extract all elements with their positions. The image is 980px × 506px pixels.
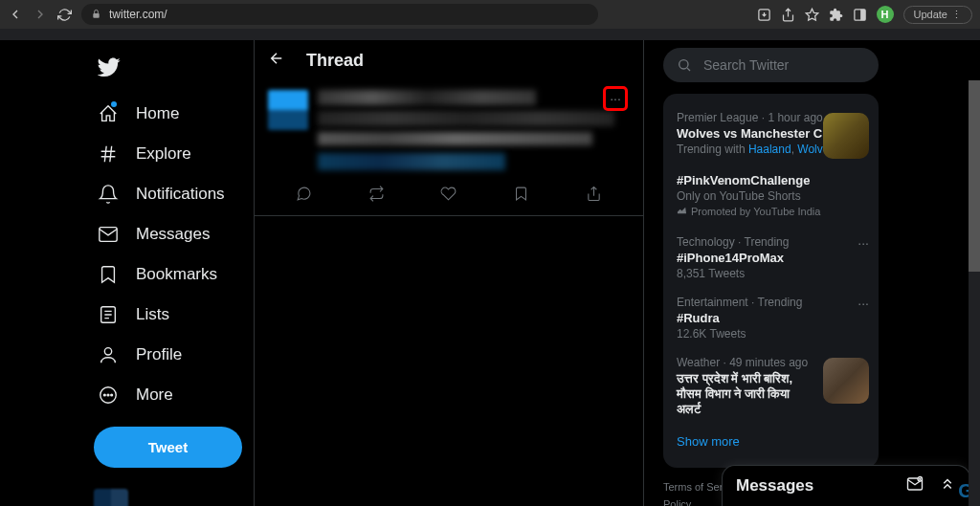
nav-label: Profile: [136, 345, 182, 364]
tweet-button[interactable]: Tweet: [94, 427, 242, 468]
search-icon: [677, 57, 692, 73]
nav-label: Notifications: [136, 185, 225, 204]
trend-more-button[interactable]: ···: [858, 296, 869, 311]
nav-lists[interactable]: Lists: [88, 295, 254, 335]
like-button[interactable]: [440, 186, 457, 206]
trend-item[interactable]: Weather · 49 minutes ago उत्तर प्रदेश मे…: [663, 348, 879, 425]
search-input[interactable]: Search Twitter: [663, 48, 879, 82]
nav-messages[interactable]: Messages: [88, 214, 254, 254]
panel-icon[interactable]: [853, 8, 867, 22]
reload-button[interactable]: [57, 8, 72, 22]
main-column: Thread ···: [254, 40, 644, 506]
svg-point-7: [104, 348, 111, 355]
nav-label: Messages: [136, 225, 210, 244]
url-text: twitter.com/: [109, 8, 167, 21]
tweet[interactable]: ···: [255, 80, 643, 216]
trend-item[interactable]: #PinkVenomChallenge Only on YouTube Shor…: [663, 164, 879, 228]
hash-icon: [98, 143, 119, 165]
nav-label: Bookmarks: [136, 265, 217, 284]
redacted-text: [318, 90, 536, 105]
avatar: [94, 489, 128, 506]
retweet-button[interactable]: [368, 186, 385, 206]
forward-button[interactable]: [33, 7, 48, 22]
redacted-text: [318, 132, 592, 145]
nav-explore[interactable]: Explore: [88, 134, 254, 174]
bookmark-action-button[interactable]: [513, 186, 529, 206]
thread-header: Thread: [255, 40, 643, 80]
nav-notifications[interactable]: Notifications: [88, 174, 254, 214]
page-title: Thread: [306, 51, 364, 71]
install-icon[interactable]: [757, 8, 771, 22]
extensions-icon[interactable]: [829, 8, 843, 22]
nav-home[interactable]: Home: [88, 94, 254, 134]
svg-rect-4: [860, 9, 865, 19]
mail-icon: [98, 224, 119, 245]
search-placeholder: Search Twitter: [703, 57, 789, 73]
list-icon: [98, 304, 119, 325]
nav-label: Explore: [136, 144, 191, 164]
trend-thumbnail: [823, 113, 869, 159]
show-more-link[interactable]: Show more: [663, 425, 879, 458]
expand-drawer-icon[interactable]: [939, 475, 956, 496]
nav-label: Home: [136, 104, 179, 123]
redacted-text: [318, 111, 614, 126]
nav-label: More: [136, 385, 173, 405]
back-button[interactable]: [8, 7, 23, 22]
sidebar: Home Explore Notifications Messages Book…: [0, 40, 254, 506]
svg-rect-5: [100, 228, 117, 242]
scrollbar[interactable]: [969, 80, 980, 506]
svg-point-11: [111, 394, 113, 396]
trends-panel: Premier League · 1 hour ago Wolves vs Ma…: [663, 94, 879, 468]
avatar[interactable]: [268, 90, 308, 130]
nav-bookmarks[interactable]: Bookmarks: [88, 254, 254, 295]
nav-more[interactable]: More: [88, 375, 254, 415]
bell-icon: [98, 184, 119, 205]
bookmark-icon: [98, 264, 119, 285]
right-sidebar: Search Twitter Premier League · 1 hour a…: [644, 40, 922, 506]
reply-button[interactable]: [296, 186, 312, 206]
tweet-content: [318, 90, 630, 176]
tweet-actions: [268, 176, 630, 209]
notification-dot: [111, 101, 117, 107]
person-icon: [98, 344, 119, 365]
share-button[interactable]: [586, 186, 602, 206]
new-message-icon[interactable]: [906, 475, 924, 496]
twitter-logo[interactable]: [88, 48, 254, 90]
update-button[interactable]: Update ⋮: [903, 6, 972, 24]
kebab-icon: ⋮: [951, 9, 962, 21]
trend-item[interactable]: Entertainment · Trending #Rudra 12.6K Tw…: [663, 288, 879, 348]
share-icon[interactable]: [781, 8, 795, 22]
trend-more-button[interactable]: ···: [858, 235, 869, 251]
ellipsis-icon: ···: [214, 496, 229, 507]
redacted-text: [318, 153, 505, 170]
trend-item[interactable]: Technology · Trending #iPhone14ProMax 8,…: [663, 228, 879, 288]
messages-title: Messages: [736, 476, 906, 495]
nav-label: Lists: [136, 305, 169, 324]
svg-marker-2: [806, 9, 818, 20]
svg-point-9: [103, 394, 105, 396]
lock-icon: [91, 6, 101, 23]
star-icon[interactable]: [805, 8, 819, 22]
back-arrow[interactable]: [268, 50, 285, 71]
trend-thumbnail: [823, 358, 869, 404]
nav-profile[interactable]: Profile: [88, 335, 254, 375]
more-circle-icon: [98, 385, 119, 406]
tweet-more-button[interactable]: ···: [603, 86, 628, 111]
svg-point-12: [679, 60, 688, 69]
trend-item[interactable]: Premier League · 1 hour ago Wolves vs Ma…: [663, 103, 879, 164]
url-bar[interactable]: twitter.com/: [81, 4, 598, 25]
account-switcher[interactable]: ···: [94, 489, 229, 506]
messages-drawer[interactable]: Messages: [722, 465, 970, 506]
browser-chrome: twitter.com/ H Update ⋮: [0, 0, 980, 29]
promoted-badge: Promoted by YouTube India: [677, 206, 820, 217]
svg-rect-0: [93, 13, 99, 18]
profile-badge[interactable]: H: [877, 6, 894, 23]
svg-point-10: [107, 394, 109, 396]
